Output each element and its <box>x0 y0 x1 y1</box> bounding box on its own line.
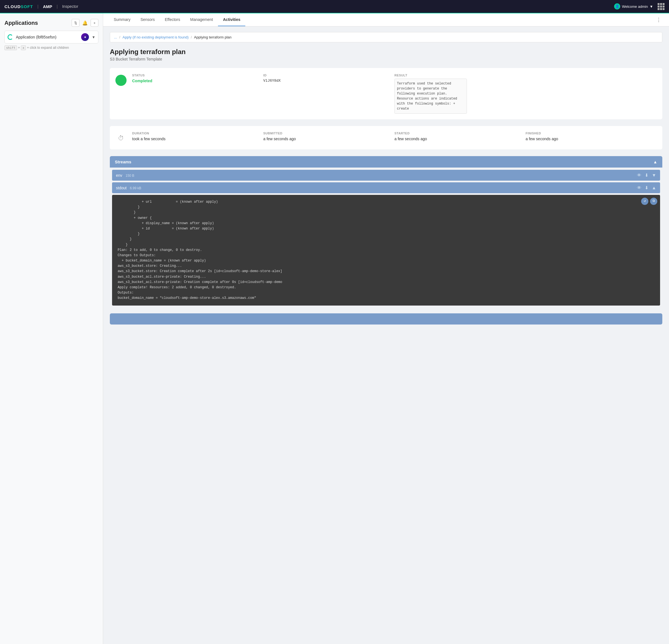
code-line: Apply complete! Resources: 2 added, 0 ch… <box>118 285 655 290</box>
sidebar-notification-button[interactable]: 🔔 <box>82 20 88 26</box>
plus-icon: + <box>94 21 96 25</box>
navbar-divider2: | <box>57 4 58 9</box>
code-line: bucket_domain_name = "cloudsoft-amp-demo… <box>118 296 655 301</box>
submitted-value: a few seconds ago <box>264 137 395 141</box>
stream-env-info: env 150 B <box>116 173 134 177</box>
streams-content: env 150 B 👁 ⬇ ▼ stdout 6.99 kB <box>110 168 662 308</box>
breadcrumb-parent[interactable]: Apply (if no existing deployment is foun… <box>123 35 188 39</box>
breadcrumb: ... / Apply (if no existing deployment i… <box>110 32 662 42</box>
activity-subtitle: S3 Bucket Terraform Template <box>110 57 662 61</box>
code-copy-button1[interactable]: ↺ <box>641 198 649 205</box>
code-line: + owner { <box>118 215 655 221</box>
timing-section: ⏱ DURATION took a few seconds SUBMITTED … <box>110 126 662 149</box>
code-line: aws_s3_bucket.store: Creation complete a… <box>118 269 655 274</box>
tabs-more-button[interactable]: ⋮ <box>654 16 664 24</box>
breadcrumb-ellipsis[interactable]: ... <box>114 35 117 39</box>
grid-dot <box>660 8 662 10</box>
grid-dot <box>658 8 659 10</box>
application-row[interactable]: Application (lbf85sefsn) ✦ ▼ <box>4 31 98 43</box>
stream-env-actions: 👁 ⬇ ▼ <box>637 173 656 178</box>
id-label: ID <box>264 74 395 77</box>
code-line: } <box>118 231 655 237</box>
stream-stdout-name: stdout <box>116 186 127 190</box>
stream-env-size: 150 B <box>126 174 134 177</box>
code-line: + id = (known after apply) <box>118 226 655 231</box>
tabs-bar: Summary Sensors Effectors Management Act… <box>103 13 669 27</box>
status-label: STATUS <box>132 74 264 77</box>
navbar-user-label: Welcome admin <box>622 4 648 9</box>
code-lines: + url = (known after apply) } } + owner … <box>118 199 655 301</box>
result-value: Terraform used the selected providers to… <box>395 78 467 114</box>
main-layout: Applications ⇅ 🔔 + Application (lbf85sef… <box>0 13 669 644</box>
navbar-inspector: Inspector <box>62 4 78 9</box>
stream-env-view-icon[interactable]: 👁 <box>637 173 641 178</box>
duration-field: DURATION took a few seconds <box>132 132 264 141</box>
stream-stdout-download-icon[interactable]: ⬇ <box>645 185 649 190</box>
sort-icon: ⇅ <box>74 21 77 25</box>
grid-dot <box>663 5 665 8</box>
sidebar-sort-button[interactable]: ⇅ <box>72 19 80 27</box>
sidebar-header-icons: ⇅ 🔔 + <box>72 19 98 27</box>
finished-field: FINISHED a few seconds ago <box>526 132 657 141</box>
timing-fields: DURATION took a few seconds SUBMITTED a … <box>132 132 657 141</box>
stream-stdout-view-icon[interactable]: 👁 <box>637 185 641 190</box>
content-area: ... / Apply (if no existing deployment i… <box>103 27 669 644</box>
timer-icon: ⏱ <box>115 133 127 144</box>
navbar-apps-grid[interactable] <box>658 3 665 10</box>
navbar-user-chevron: ▼ <box>650 4 653 9</box>
stream-row-stdout: stdout 6.99 kB 👁 ⬇ ▲ <box>112 182 660 193</box>
finished-value: a few seconds ago <box>526 137 657 141</box>
code-line: } <box>118 205 655 210</box>
stream-env-name: env <box>116 173 123 177</box>
navbar-user-menu[interactable]: 👤 Welcome admin ▼ <box>614 3 653 10</box>
stream-stdout-actions: 👁 ⬇ ▲ <box>637 185 656 190</box>
code-copy-button2[interactable]: ⧉ <box>650 198 657 205</box>
started-field: STARTED a few seconds ago <box>395 132 526 141</box>
streams-section: Streams ▲ env 150 B 👁 ⬇ ▼ <box>110 156 662 308</box>
grid-dot <box>663 3 665 5</box>
breadcrumb-current: Applying terraform plan <box>194 35 231 39</box>
tabs-list: Summary Sensors Effectors Management Act… <box>109 13 245 26</box>
streams-header[interactable]: Streams ▲ <box>110 156 662 168</box>
tab-management[interactable]: Management <box>185 13 218 26</box>
status-section: STATUS Completed ID VlJ6Y8dX RESULT Terr… <box>110 68 662 119</box>
code-line: + display_name = (known after apply) <box>118 221 655 226</box>
app-expand-chevron[interactable]: ▼ <box>92 35 95 39</box>
code-line: aws_s3_bucket_acl.store-private: Creatio… <box>118 280 655 285</box>
logo-cloud: CLOUD <box>4 4 20 9</box>
streams-collapse-icon[interactable]: ▲ <box>653 159 657 164</box>
stream-stdout-collapse-icon[interactable]: ▲ <box>652 185 656 190</box>
code-line: } <box>118 242 655 247</box>
submitted-field: SUBMITTED a few seconds ago <box>264 132 395 141</box>
activity-title: Applying terraform plan <box>110 48 662 56</box>
app-status-spinner <box>8 34 13 40</box>
grid-dot <box>660 5 662 8</box>
stream-env-expand-icon[interactable]: ▼ <box>652 173 656 178</box>
sidebar-title: Applications <box>4 20 38 26</box>
breadcrumb-sep2: / <box>191 35 192 39</box>
streams-title: Streams <box>115 159 131 164</box>
code-line: Changes to Outputs: <box>118 253 655 258</box>
tab-activities[interactable]: Activities <box>218 13 245 26</box>
submitted-label: SUBMITTED <box>264 132 395 135</box>
breadcrumb-sep1: / <box>119 35 120 39</box>
id-value: VlJ6Y8dX <box>264 78 395 83</box>
tab-sensors[interactable]: Sensors <box>136 13 160 26</box>
tab-summary[interactable]: Summary <box>109 13 136 26</box>
tab-effectors[interactable]: Effectors <box>160 13 185 26</box>
sidebar-hint: shift + x + click to expand all children <box>4 46 98 49</box>
code-line: Outputs: <box>118 290 655 296</box>
code-copy-icons: ↺ ⧉ <box>641 198 657 205</box>
status-fields: STATUS Completed ID VlJ6Y8dX RESULT Terr… <box>132 74 657 114</box>
result-label: RESULT <box>395 74 657 77</box>
result-field: RESULT Terraform used the selected provi… <box>395 74 657 114</box>
hint-text: + click to expand all children <box>27 46 69 49</box>
navbar: CLOUDSOFT | AMP | Inspector 👤 Welcome ad… <box>0 0 669 13</box>
sidebar-add-button[interactable]: + <box>90 19 98 27</box>
stream-env-download-icon[interactable]: ⬇ <box>645 173 649 178</box>
started-value: a few seconds ago <box>395 137 526 141</box>
navbar-divider1: | <box>37 4 39 9</box>
navbar-right: 👤 Welcome admin ▼ <box>614 3 665 10</box>
status-circle-icon <box>115 75 127 86</box>
sidebar: Applications ⇅ 🔔 + Application (lbf85sef… <box>0 13 103 644</box>
